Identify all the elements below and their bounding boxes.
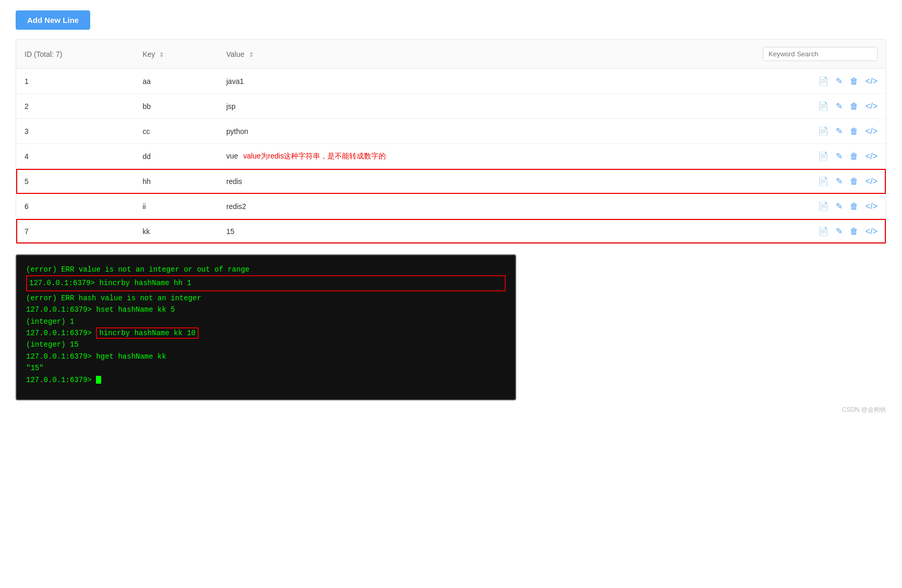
delete-icon[interactable]: 🗑 [850,77,858,86]
terminal-line: 127.0.0.1:6379> [26,374,506,386]
terminal-line: 127.0.0.1:6379> hget hashName kk [26,351,506,362]
delete-icon[interactable]: 🗑 [850,202,858,211]
delete-icon[interactable]: 🗑 [850,227,858,236]
edit-icon[interactable]: ✎ [836,201,843,211]
table-row: 7kk15 📄 ✎ 🗑 </> [16,219,886,244]
delete-icon[interactable]: 🗑 [850,152,858,161]
code-icon[interactable]: </> [866,127,877,136]
page-wrapper: Add New Line ID (Total: 7) Key ⇕ Value ⇕ [0,0,902,425]
cell-actions: 📄 ✎ 🗑 </> [601,194,886,219]
cell-actions: 📄 ✎ 🗑 </> [601,219,886,244]
copy-icon[interactable]: 📄 [818,226,828,236]
code-icon[interactable]: </> [866,152,877,161]
cell-id: 7 [16,219,134,244]
terminal-line: 127.0.0.1:6379> hset hashName kk 5 [26,304,506,315]
code-icon[interactable]: </> [866,77,877,86]
cell-key: aa [134,69,218,94]
terminal-line: (integer) 1 [26,316,506,327]
terminal-line: "15" [26,362,506,374]
edit-icon[interactable]: ✎ [836,226,843,236]
add-new-line-button[interactable]: Add New Line [16,10,90,30]
cell-id: 5 [16,169,134,194]
copy-icon[interactable]: 📄 [818,151,828,161]
delete-icon[interactable]: 🗑 [850,102,858,111]
terminal-line: (error) ERR value is not an integer or o… [26,264,506,275]
table-row: 5hhredis 📄 ✎ 🗑 </> [16,169,886,194]
terminal-line: 127.0.0.1:6379> hincrby hashName kk 10 [26,327,506,339]
cell-key: dd [134,144,218,169]
edit-icon[interactable]: ✎ [836,151,843,161]
code-icon[interactable]: </> [866,102,877,111]
value-sort-icon[interactable]: ⇕ [249,51,254,58]
terminal-line: 127.0.0.1:6379> hincrby hashName hh 1 [26,275,506,291]
delete-icon[interactable]: 🗑 [850,127,858,136]
table-header-row: ID (Total: 7) Key ⇕ Value ⇕ [16,40,886,69]
footer-note: CSDN @金刚铁 [16,406,886,414]
code-icon[interactable]: </> [866,177,877,186]
cell-key: bb [134,94,218,119]
cell-value: vuevalue为redis这种字符串，是不能转成数字的 [218,144,601,169]
cell-key: kk [134,219,218,244]
data-table: ID (Total: 7) Key ⇕ Value ⇕ [16,40,886,243]
cell-actions: 📄 ✎ 🗑 </> [601,119,886,144]
cell-id: 4 [16,144,134,169]
cell-actions: 📄 ✎ 🗑 </> [601,169,886,194]
table-row: 2bbjsp 📄 ✎ 🗑 </> [16,94,886,119]
copy-icon[interactable]: 📄 [818,176,828,186]
table-body: 1aajava1 📄 ✎ 🗑 </> 2bbjsp 📄 ✎ 🗑 </> 3ccp… [16,69,886,244]
delete-icon[interactable]: 🗑 [850,177,858,186]
key-sort-icon[interactable]: ⇕ [159,51,164,58]
cell-actions: 📄 ✎ 🗑 </> [601,144,886,169]
data-table-container: ID (Total: 7) Key ⇕ Value ⇕ [16,39,886,244]
cell-actions: 📄 ✎ 🗑 </> [601,94,886,119]
keyword-search-input[interactable] [763,47,877,61]
cell-actions: 📄 ✎ 🗑 </> [601,69,886,94]
copy-icon[interactable]: 📄 [818,101,828,111]
cell-value: redis [218,169,601,194]
copy-icon[interactable]: 📄 [818,126,828,136]
col-actions [601,40,886,69]
col-id: ID (Total: 7) [16,40,134,69]
cell-id: 3 [16,119,134,144]
col-key: Key ⇕ [134,40,218,69]
cell-key: cc [134,119,218,144]
col-value: Value ⇕ [218,40,601,69]
cell-id: 2 [16,94,134,119]
cell-value: redis2 [218,194,601,219]
cell-key: hh [134,169,218,194]
copy-icon[interactable]: 📄 [818,201,828,211]
edit-icon[interactable]: ✎ [836,101,843,111]
table-row: 4ddvuevalue为redis这种字符串，是不能转成数字的 📄 ✎ 🗑 </… [16,144,886,169]
cell-key: ii [134,194,218,219]
cell-value: java1 [218,69,601,94]
row-annotation: value为redis这种字符串，是不能转成数字的 [243,152,386,160]
cell-id: 6 [16,194,134,219]
cell-value: 15 [218,219,601,244]
terminal-line: (integer) 15 [26,339,506,350]
terminal-line: (error) ERR hash value is not an integer [26,292,506,304]
copy-icon[interactable]: 📄 [818,76,828,86]
edit-icon[interactable]: ✎ [836,76,843,86]
terminal-cursor [96,376,101,384]
table-row: 6iiredis2 📄 ✎ 🗑 </> [16,194,886,219]
cell-value: jsp [218,94,601,119]
table-row: 3ccpython 📄 ✎ 🗑 </> [16,119,886,144]
edit-icon[interactable]: ✎ [836,176,843,186]
cell-value: python [218,119,601,144]
cell-id: 1 [16,69,134,94]
code-icon[interactable]: </> [866,227,877,236]
code-icon[interactable]: </> [866,202,877,211]
edit-icon[interactable]: ✎ [836,126,843,136]
terminal-inner-boxed: hincrby hashName kk 10 [96,327,199,339]
terminal: (error) ERR value is not an integer or o… [16,254,516,400]
table-row: 1aajava1 📄 ✎ 🗑 </> [16,69,886,94]
